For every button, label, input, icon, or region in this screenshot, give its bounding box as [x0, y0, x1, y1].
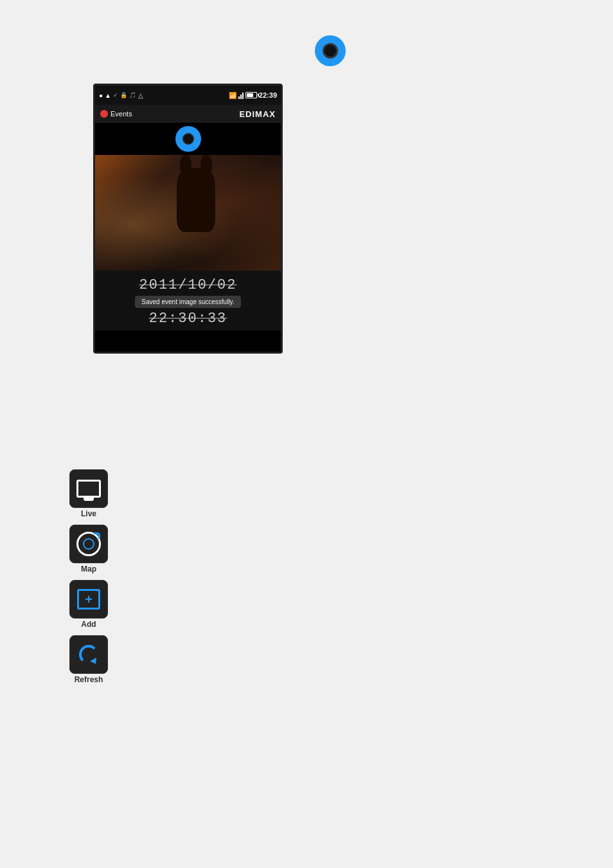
events-dot [100, 110, 108, 118]
cat-silhouette [177, 168, 215, 232]
signal-bar-3 [242, 93, 244, 99]
add-icon [77, 589, 100, 610]
event-time: 22:30:33 [149, 311, 227, 327]
status-bar: ● ▲ ✓ 🔒 🎵 △ 📶 22:39 [95, 86, 281, 105]
phone-frame: ● ▲ ✓ 🔒 🎵 △ 📶 22:39 Events EDIMAX [93, 84, 283, 354]
menu-item-live[interactable]: Live [69, 469, 108, 518]
refresh-circle [79, 645, 98, 664]
map-icon-box [69, 525, 108, 563]
menu-item-refresh[interactable]: Refresh [69, 635, 108, 684]
camera-area [95, 123, 281, 155]
nav-events[interactable]: Events [100, 110, 132, 118]
notification-icon-4: 🔒 [120, 92, 127, 98]
refresh-icon [76, 642, 101, 667]
date-time-area: 2011/10/02 Saved event image successfull… [95, 271, 281, 330]
notification-icon-1: ● [99, 92, 103, 99]
notification-icon-5: 🎵 [129, 92, 136, 98]
refresh-label: Refresh [75, 675, 103, 684]
nav-bar: Events EDIMAX [95, 105, 281, 123]
signal-bar-2 [240, 95, 242, 99]
map-icon [76, 532, 101, 556]
wifi-icon: 📶 [229, 92, 236, 99]
notification-icon-3: ✓ [113, 92, 118, 98]
menu-item-map[interactable]: Map [69, 525, 108, 574]
menu-item-add[interactable]: Add [69, 580, 108, 629]
bottom-menu: Live Map Add Refresh [69, 469, 108, 684]
events-label: Events [111, 110, 132, 118]
add-icon-box [69, 580, 108, 619]
live-icon [76, 480, 101, 498]
battery-fill [247, 93, 253, 97]
toast-message: Saved event image successfully. [135, 296, 240, 308]
status-bar-right: 📶 22:39 [229, 91, 277, 99]
event-image [95, 155, 281, 271]
notification-icon-6: △ [138, 92, 143, 99]
notification-icon-2: ▲ [105, 92, 111, 99]
live-icon-box [69, 469, 108, 508]
signal-bar-1 [238, 96, 240, 99]
map-arrow [94, 532, 100, 539]
status-time: 22:39 [259, 91, 277, 99]
brand-label: EDIMAX [239, 109, 276, 119]
add-label: Add [81, 620, 96, 629]
signal-bars [238, 91, 244, 99]
event-date: 2011/10/02 [139, 277, 236, 293]
refresh-icon-box [69, 635, 108, 674]
battery-icon [245, 92, 257, 98]
camera-capture-button[interactable] [175, 126, 201, 152]
status-bar-left: ● ▲ ✓ 🔒 🎵 △ [99, 92, 143, 99]
map-label: Map [81, 565, 96, 574]
live-label: Live [81, 509, 96, 518]
top-camera-button[interactable] [315, 35, 346, 66]
